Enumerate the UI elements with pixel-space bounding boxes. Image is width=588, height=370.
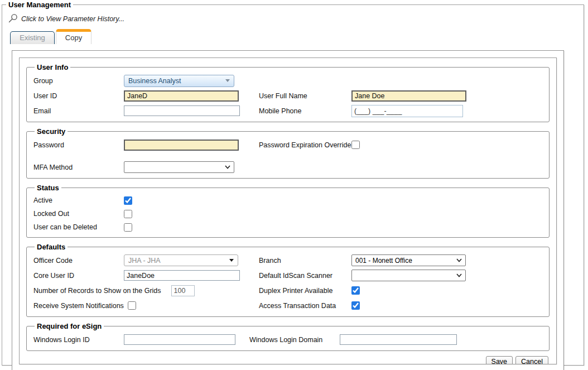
password-label: Password [33, 141, 124, 149]
default-idscan-scanner-select[interactable] [351, 270, 466, 281]
officer-code-label: Officer Code [33, 257, 124, 265]
chevron-down-icon [229, 259, 234, 262]
user-id-row: User ID User Full Name [33, 88, 542, 103]
locked-out-row: Locked Out [33, 207, 542, 220]
status-section: Status Active Locked Out User can be Del… [26, 184, 550, 238]
security-legend: Security [35, 127, 68, 136]
branch-label: Branch [259, 257, 351, 265]
chevron-down-icon [456, 258, 462, 262]
branch-select[interactable]: 001 - Monett Office [351, 254, 466, 266]
email-input[interactable] [124, 105, 240, 116]
defaults-legend: Defaults [35, 243, 68, 251]
password-expiration-override-label: Password Expiration Override [259, 141, 351, 149]
esign-row: Windows Login ID Windows Login Domain [33, 332, 542, 347]
mfa-method-row: MFA Method [33, 160, 542, 175]
tab-existing[interactable]: Existing [10, 31, 55, 44]
user-full-name-label: User Full Name [259, 92, 351, 100]
user-can-be-deleted-label: User can be Deleted [33, 223, 124, 231]
mobile-phone-label: Mobile Phone [259, 107, 351, 115]
windows-login-id-input[interactable] [124, 334, 235, 345]
group-label: Group [33, 77, 124, 85]
user-management-fieldset: User Management Click to View Parameter … [2, 1, 584, 366]
receive-system-notifications-label: Receive System Notifications [33, 302, 124, 310]
mfa-method-select[interactable] [124, 161, 234, 173]
password-input[interactable] [124, 140, 239, 151]
access-transaction-data-checkbox[interactable] [351, 301, 360, 310]
password-expiration-override-checkbox[interactable] [351, 141, 360, 149]
records-on-grids-row: Number of Records to Show on the Grids D… [33, 283, 542, 298]
duplex-printer-available-checkbox[interactable] [351, 286, 360, 295]
windows-login-domain-label: Windows Login Domain [249, 336, 340, 344]
security-section: Security Password Password Expiration Ov… [26, 127, 550, 179]
locked-out-checkbox[interactable] [124, 210, 132, 218]
chevron-down-icon [225, 165, 230, 169]
active-checkbox[interactable] [124, 196, 132, 205]
core-user-id-label: Core User ID [33, 272, 124, 280]
user-info-section: User Info Group Business Analyst User ID… [26, 63, 550, 122]
esign-legend: Required for eSign [35, 322, 104, 330]
tab-copy[interactable]: Copy [56, 29, 91, 44]
tab-content-panel: User Info Group Business Analyst User ID… [12, 50, 564, 370]
officer-code-row: Officer Code JHA - JHA Branch 001 - Mone… [33, 253, 542, 268]
group-select[interactable]: Business Analyst [124, 75, 234, 87]
records-on-grids-input[interactable] [171, 285, 195, 296]
core-user-id-row: Core User ID Default IdScan Scanner [33, 268, 542, 283]
mobile-phone-input[interactable] [351, 105, 463, 117]
email-row: Email Mobile Phone [33, 103, 542, 118]
parameter-history-link[interactable]: Click to View Parameter History... [8, 13, 124, 24]
group-row: Group Business Analyst [33, 73, 542, 88]
user-management-screen: User Management Click to View Parameter … [0, 0, 588, 370]
defaults-section: Defaults Officer Code JHA - JHA Branch 0… [26, 243, 550, 317]
chevron-down-icon [456, 273, 462, 277]
officer-code-select[interactable]: JHA - JHA [124, 254, 238, 266]
user-can-be-deleted-checkbox[interactable] [124, 223, 132, 232]
officer-code-select-value: JHA - JHA [128, 257, 161, 265]
user-id-input[interactable] [124, 90, 239, 102]
records-on-grids-label: Number of Records to Show on the Grids [33, 287, 161, 295]
status-legend: Status [35, 184, 61, 192]
default-idscan-scanner-label: Default IdScan Scanner [259, 272, 351, 280]
duplex-printer-available-label: Duplex Printer Available [259, 287, 351, 295]
magnifier-icon [8, 13, 18, 24]
email-label: Email [33, 107, 124, 115]
user-info-legend: User Info [35, 63, 70, 71]
notifications-row: Receive System Notifications Access Tran… [33, 298, 542, 313]
action-buttons: Save Cancel [26, 356, 550, 364]
save-button[interactable]: Save [486, 356, 513, 364]
receive-system-notifications-checkbox[interactable] [128, 301, 136, 310]
tab-copy-label: Copy [65, 33, 82, 42]
windows-login-id-label: Windows Login ID [33, 336, 124, 344]
access-transaction-data-label: Access Transaction Data [259, 302, 351, 310]
locked-out-label: Locked Out [33, 210, 124, 218]
parameter-history-label: Click to View Parameter History... [21, 15, 124, 23]
active-label: Active [33, 196, 124, 204]
tab-existing-label: Existing [20, 33, 45, 42]
esign-section: Required for eSign Windows Login ID Wind… [26, 322, 550, 351]
user-full-name-input[interactable] [351, 90, 466, 102]
tab-bar: Existing Copy [10, 29, 584, 44]
group-select-value: Business Analyst [128, 77, 181, 85]
active-row: Active [33, 194, 542, 207]
chevron-down-icon [225, 79, 230, 82]
password-row: Password Password Expiration Override [33, 137, 542, 152]
core-user-id-input[interactable] [124, 270, 240, 281]
cancel-button[interactable]: Cancel [515, 356, 548, 364]
user-can-be-deleted-row: User can be Deleted [33, 220, 542, 234]
user-id-label: User ID [33, 92, 124, 100]
branch-select-value: 001 - Monett Office [355, 257, 412, 265]
windows-login-domain-input[interactable] [340, 334, 457, 345]
page-title: User Management [6, 1, 73, 9]
form-panel: User Info Group Business Analyst User ID… [19, 57, 557, 364]
mfa-method-label: MFA Method [33, 164, 124, 171]
